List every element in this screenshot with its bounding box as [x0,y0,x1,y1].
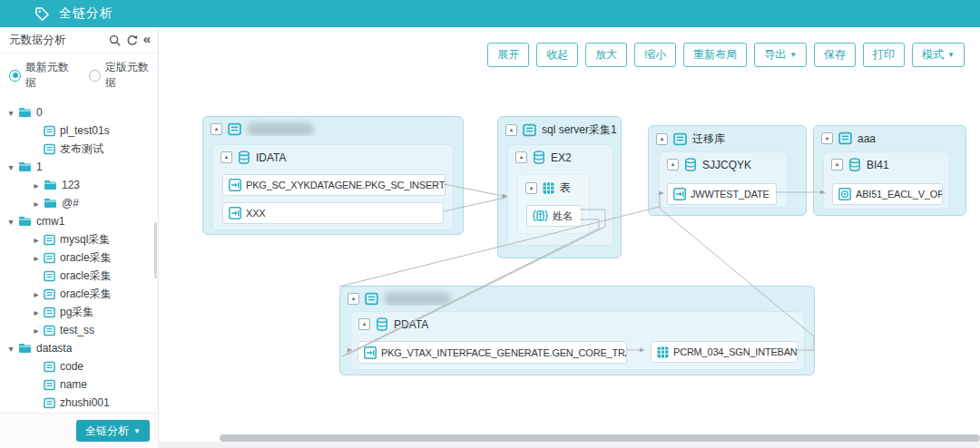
folder-icon [18,107,32,118]
node-xxx[interactable]: XXX [222,202,444,224]
caret-right-icon[interactable]: ▸ [31,289,42,299]
collapse-button[interactable]: ▴ [831,159,843,170]
db-sjjcqyk[interactable]: ▴SJJCQYKJWWTEST_DATE [659,151,788,208]
group-sqlserver-caiji1[interactable]: ▴sql server采集1▴EX2▴表姓名 [497,116,622,258]
tree-item-mysql采集[interactable]: ▸mysql采集 [0,230,157,248]
tree-item-123[interactable]: ▸123 [0,176,157,194]
toolbar-button-保存[interactable]: 保存 [814,43,856,67]
node-pkg-sc-insertdata[interactable]: PKG_SC_XYKDATAGENE.PKG_SC_INSERTDATA [222,174,446,196]
chevron-down-icon: ▼ [133,427,141,435]
db-icon [376,317,388,331]
group-qianyiku[interactable]: ▴迁移库▴SJJCQYKJWWTEST_DATE [648,125,807,216]
tree-item-code[interactable]: code [0,357,157,375]
caret-down-icon[interactable]: ▾ [5,108,16,118]
refresh-icon[interactable] [126,34,138,46]
doc-icon [44,270,55,282]
folder-icon [18,216,32,227]
ds-icon [838,131,852,145]
tree-item-oracle采集[interactable]: ▸oracle采集 [0,248,157,267]
doc-icon [44,288,55,300]
folder-icon [18,161,32,172]
db-idata[interactable]: ▴IDATAPKG_SC_XYKDATAGENE.PKG_SC_INSERTDA… [212,144,454,230]
doc-icon [44,252,55,264]
caret-down-icon[interactable]: ▾ [5,344,16,354]
toolbar-button-打印[interactable]: 打印 [863,43,905,67]
toolbar: 展开收起放大缩小重新布局导出▼保存打印模式▼ [487,43,965,67]
radio-icon[interactable] [89,70,101,82]
group-aaa[interactable]: ▴aaa▴BI41ABI51_EACL_V_ORG [813,125,966,216]
caret-right-icon[interactable]: ▸ [31,235,42,245]
node-abi51-eacl-v-org[interactable]: ABI51_EACL_V_ORG [832,183,943,205]
ds-icon [523,123,536,137]
node-pcrm-034-sgn-intebank[interactable]: PCRM_034_SGN_INTEBANK [651,341,799,363]
sidebar-header: 元数据分析 « [0,27,158,54]
header-bar: 全链分析 [0,0,980,27]
tree-item-pl_test01s[interactable]: pl_test01s [0,122,157,140]
toolbar-button-重新布局[interactable]: 重新布局 [683,43,747,67]
tree-item-@#[interactable]: ▸@# [0,194,157,212]
sidebar-footer: 全链分析▼ [0,413,157,448]
collapse-button[interactable]: ▴ [821,132,833,144]
radio-option-0[interactable]: 最新元数据 [9,60,78,91]
collapse-button[interactable]: ▴ [211,123,222,135]
toolbar-button-放大[interactable]: 放大 [585,43,627,67]
collapse-button[interactable]: ▴ [348,293,359,305]
db-bi41[interactable]: ▴BI41ABI51_EACL_V_ORG [823,151,950,209]
group-redacted-1[interactable]: ▴▴IDATAPKG_SC_XYKDATAGENE.PKG_SC_INSERTD… [202,116,464,235]
collapse-button[interactable]: ▴ [656,133,668,145]
tree-item-datasta[interactable]: ▾datasta [0,339,157,357]
collapse-button[interactable]: ▴ [515,151,527,163]
toolbar-button-展开[interactable]: 展开 [487,43,529,67]
toolbar-button-收起[interactable]: 收起 [536,43,578,67]
group-redacted-2[interactable]: ▴▴PDATAPKG_VTAX_INTERFACE_GENERATE.GEN_C… [339,286,815,375]
col-icon [533,209,548,222]
collapse-button[interactable]: ▴ [525,182,537,194]
tree-item-pg采集[interactable]: ▸pg采集 [0,303,157,321]
panel-title: 元数据分析 [9,33,66,48]
tree-item-1[interactable]: ▾1 [0,158,157,176]
tree-item-name[interactable]: name [0,375,157,394]
caret-right-icon[interactable]: ▸ [31,307,42,317]
metadata-tree: ▾0pl_test01s发布测试▾1▸123▸@#▾cmw1▸mysql采集▸o… [0,103,157,413]
table-icon [657,346,669,358]
db-pdata[interactable]: ▴PDATAPKG_VTAX_INTERFACE_GENERATE.GEN_CO… [350,311,805,370]
caret-right-icon[interactable]: ▸ [31,253,42,263]
radio-icon[interactable] [9,70,21,82]
toolbar-button-缩小[interactable]: 缩小 [634,43,676,67]
node-xingming[interactable]: 姓名 [526,205,583,227]
caret-down-icon[interactable]: ▾ [5,162,16,172]
tree-item-oracle采集[interactable]: ▸oracle采集 [0,285,157,303]
sidebar-scrollbar[interactable] [154,222,157,278]
tag-icon [34,6,50,22]
caret-down-icon[interactable]: ▾ [5,217,16,227]
chain-analysis-button[interactable]: 全链分析▼ [76,420,150,442]
tree-item-0[interactable]: ▾0 [0,103,157,122]
tree-item-zhushi001[interactable]: zhushi001 [0,394,157,412]
app-title: 全链分析 [59,5,113,22]
collapse-button[interactable]: ▴ [505,124,517,136]
tree-item-test_ss[interactable]: ▸test_ss [0,321,157,339]
db-ex2[interactable]: ▴EX2▴表姓名 [507,144,613,246]
doc-icon [44,307,55,318]
caret-right-icon[interactable]: ▸ [31,180,42,190]
canvas: 展开收起放大缩小重新布局导出▼保存打印模式▼ ▴▴IDATAPKG_SC_XYK… [159,27,980,448]
caret-right-icon[interactable]: ▸ [31,199,42,209]
node-pkg-vtax-gen-core-tran-type[interactable]: PKG_VTAX_INTERFACE_GENERATE.GEN_CORE_TRA… [358,341,627,364]
horizontal-scrollbar[interactable] [220,434,980,442]
radio-option-1[interactable]: 定版元数据 [89,60,158,91]
toolbar-button-模式[interactable]: 模式▼ [912,43,965,67]
tree-item-oracle采集[interactable]: oracle采集 [0,267,157,285]
collapse-panel-icon[interactable]: « [143,34,151,44]
toolbar-button-导出[interactable]: 导出▼ [754,43,807,67]
collapse-button[interactable]: ▴ [667,159,679,170]
tree-item-发布测试[interactable]: 发布测试 [0,140,157,158]
tbox-biao[interactable]: ▴表姓名 [517,174,590,234]
collapse-button[interactable]: ▴ [358,318,370,330]
table-icon [543,182,554,194]
tree-item-cmw1[interactable]: ▾cmw1 [0,212,157,230]
caret-right-icon[interactable]: ▸ [31,326,42,336]
chevron-down-icon: ▼ [789,51,797,59]
node-jwwtest-date[interactable]: JWWTEST_DATE [667,183,777,205]
collapse-button[interactable]: ▴ [220,151,232,163]
search-icon[interactable] [109,34,121,46]
